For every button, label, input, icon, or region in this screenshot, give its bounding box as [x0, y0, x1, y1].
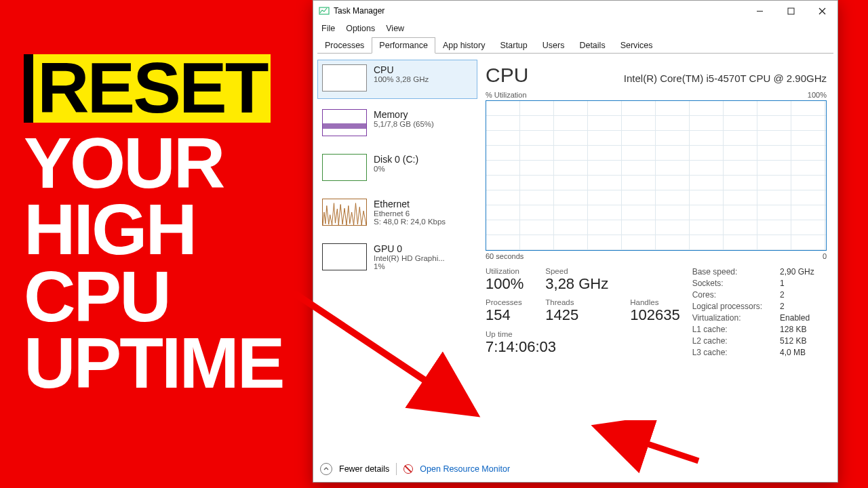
tab-services[interactable]: Services	[613, 37, 660, 54]
sidebar-eth-sub1: Ethernet 6	[374, 209, 446, 218]
tab-startup[interactable]: Startup	[492, 37, 534, 54]
speed-value: 3,28 GHz	[545, 275, 608, 293]
headline-line-5: UPTIME	[24, 329, 309, 396]
tab-performance[interactable]: Performance	[372, 37, 435, 54]
headline-line-2: YOUR	[24, 129, 309, 197]
minimize-button[interactable]	[744, 1, 775, 21]
uptime-label: Up time	[486, 330, 680, 338]
sidebar-item-cpu[interactable]: CPU 100% 3,28 GHz	[317, 60, 477, 99]
headline-highlight: RESET	[24, 54, 271, 123]
task-manager-window: Task Manager File Options View Processes…	[313, 0, 838, 483]
utilization-value: 100%	[486, 275, 524, 293]
sidebar-item-ethernet[interactable]: Ethernet Ethernet 6 S: 48,0 R: 24,0 Kbps	[317, 194, 477, 233]
stats-right: Base speed:2,90 GHz Sockets:1 Cores:2 Lo…	[692, 267, 814, 357]
cores-label: Cores:	[692, 290, 762, 300]
headline-line-1: RESET	[37, 54, 267, 121]
headline-line-4: CPU	[24, 263, 309, 330]
tab-details[interactable]: Details	[572, 37, 612, 54]
panel-title: CPU	[486, 64, 528, 87]
sidebar-disk-title: Disk 0 (C:)	[374, 154, 418, 165]
thumb-ethernet	[322, 199, 367, 226]
chart-label-br: 0	[823, 252, 827, 260]
speed-label: Speed	[545, 267, 608, 275]
sidebar-memory-sub: 5,1/7,8 GB (65%)	[374, 120, 434, 128]
uptime-value: 7:14:06:03	[486, 338, 680, 356]
base-speed-label: Base speed:	[692, 267, 762, 277]
chart-label-tl: % Utilization	[486, 91, 527, 99]
menu-file[interactable]: File	[321, 24, 335, 33]
thumb-cpu	[322, 64, 367, 92]
thumb-disk	[322, 154, 367, 181]
footer: Fewer details Open Resource Monitor	[320, 463, 510, 475]
svg-rect-2	[788, 8, 794, 14]
l3-cache-value: 4,0 MB	[780, 348, 814, 357]
menubar: File Options View	[313, 21, 837, 36]
tab-processes[interactable]: Processes	[317, 37, 372, 54]
cpu-panel: CPU Intel(R) Core(TM) i5-4570T CPU @ 2.9…	[481, 57, 837, 357]
handles-label: Handles	[630, 298, 679, 306]
sockets-value: 1	[780, 279, 814, 288]
sidebar-eth-sub2: S: 48,0 R: 24,0 Kbps	[374, 218, 446, 226]
tab-app-history[interactable]: App history	[435, 37, 493, 54]
no-entry-icon	[403, 464, 413, 474]
sidebar-eth-title: Ethernet	[374, 199, 446, 209]
l1-cache-label: L1 cache:	[692, 325, 762, 334]
processes-label: Processes	[486, 298, 524, 306]
close-button[interactable]	[806, 1, 837, 21]
sidebar-item-disk[interactable]: Disk 0 (C:) 0%	[317, 149, 477, 188]
handles-value: 102635	[630, 306, 679, 324]
thumb-gpu	[322, 243, 367, 270]
fewer-details-link[interactable]: Fewer details	[339, 464, 389, 474]
thumb-memory	[322, 109, 367, 136]
sidebar-gpu-sub1: Intel(R) HD Graphi...	[374, 254, 445, 262]
performance-sidebar: CPU 100% 3,28 GHz Memory 5,1/7,8 GB (65%…	[313, 57, 481, 357]
sidebar-memory-title: Memory	[374, 109, 434, 120]
tab-users[interactable]: Users	[535, 37, 572, 54]
app-icon	[319, 5, 330, 16]
virtualization-label: Virtualization:	[692, 313, 762, 323]
threads-value: 1425	[545, 306, 608, 324]
base-speed-value: 2,90 GHz	[780, 267, 814, 277]
sockets-label: Sockets:	[692, 279, 762, 288]
open-resource-monitor-link[interactable]: Open Resource Monitor	[420, 464, 510, 474]
sidebar-gpu-sub2: 1%	[374, 262, 445, 270]
headline-line-3: HIGH	[24, 196, 309, 263]
stats-left: Utilization 100% Speed 3,28 GHz Processe…	[486, 267, 680, 357]
processes-value: 154	[486, 306, 524, 324]
logical-processors-value: 2	[780, 302, 814, 311]
titlebar[interactable]: Task Manager	[313, 1, 837, 21]
sidebar-item-memory[interactable]: Memory 5,1/7,8 GB (65%)	[317, 104, 477, 144]
window-title: Task Manager	[334, 6, 384, 16]
l3-cache-label: L3 cache:	[692, 348, 762, 357]
sidebar-cpu-title: CPU	[374, 64, 429, 75]
sidebar-disk-sub: 0%	[374, 165, 418, 173]
logical-processors-label: Logical processors:	[692, 302, 762, 311]
utilization-chart[interactable]	[486, 100, 827, 251]
cores-value: 2	[780, 290, 814, 300]
tabstrip: Processes Performance App history Startu…	[313, 37, 837, 54]
sidebar-gpu-title: GPU 0	[374, 243, 445, 254]
utilization-label: Utilization	[486, 267, 524, 275]
l2-cache-value: 512 KB	[780, 336, 814, 346]
menu-options[interactable]: Options	[346, 24, 375, 33]
l1-cache-value: 128 KB	[780, 325, 814, 334]
menu-view[interactable]: View	[386, 24, 404, 33]
l2-cache-label: L2 cache:	[692, 336, 762, 346]
thumbnail-headline: RESET YOUR HIGH CPU UPTIME	[24, 54, 309, 396]
threads-label: Threads	[545, 298, 608, 306]
maximize-button[interactable]	[775, 1, 806, 21]
footer-divider	[396, 463, 397, 475]
cpu-model: Intel(R) Core(TM) i5-4570T CPU @ 2.90GHz	[624, 73, 827, 84]
svg-rect-0	[319, 7, 329, 14]
sidebar-item-gpu[interactable]: GPU 0 Intel(R) HD Graphi... 1%	[317, 239, 477, 278]
chart-label-tr: 100%	[808, 91, 827, 99]
virtualization-value: Enabled	[780, 313, 814, 323]
chevron-up-icon[interactable]	[320, 463, 332, 475]
chart-label-bl: 60 seconds	[486, 252, 524, 260]
sidebar-cpu-sub: 100% 3,28 GHz	[374, 75, 429, 83]
